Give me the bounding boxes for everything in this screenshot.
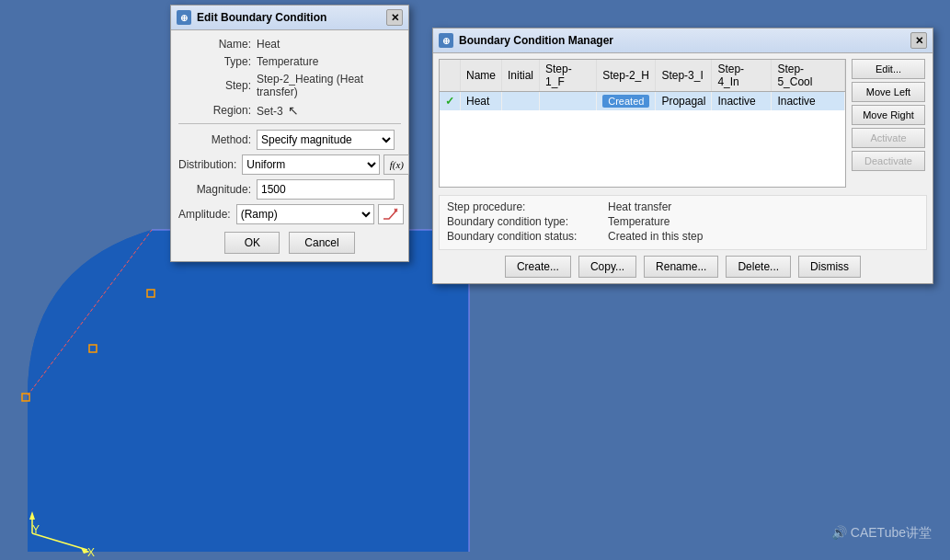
- region-value: Set-3 ↖: [257, 103, 401, 118]
- col-name: Name: [461, 60, 502, 92]
- col-step5: Step-5_Cool: [772, 60, 845, 92]
- manager-table-area: Name Initial Step-1_F Step-2_H Step-3_I …: [439, 59, 927, 195]
- ok-button[interactable]: OK: [224, 232, 280, 254]
- row-initial: [502, 92, 540, 111]
- bc-table: Name Initial Step-1_F Step-2_H Step-3_I …: [440, 60, 845, 110]
- row-step3: Propagal: [656, 92, 712, 111]
- col-check: [440, 60, 461, 92]
- row-step4: Inactive: [712, 92, 772, 111]
- ramp-icon: [378, 204, 404, 224]
- delete-button[interactable]: Delete...: [726, 256, 791, 278]
- step-field-row: Step: Step-2_Heating (Heat transfer): [178, 73, 401, 98]
- col-step3: Step-3_I: [656, 60, 712, 92]
- manager-bottom-buttons: Create... Copy... Rename... Delete... Di…: [439, 256, 927, 278]
- amplitude-field-row: Amplitude: (Ramp): [178, 204, 401, 224]
- region-label: Region:: [178, 104, 257, 117]
- manager-dialog-content: Name Initial Step-1_F Step-2_H Step-3_I …: [433, 53, 933, 283]
- magnitude-input[interactable]: [257, 179, 395, 200]
- name-value: Heat: [257, 38, 401, 51]
- watermark: 🔊 CAETube讲堂: [831, 525, 932, 542]
- row-step5: Inactive: [772, 92, 845, 111]
- bc-type-row: Boundary condition type: Temperature: [447, 215, 919, 228]
- info-section: Step procedure: Heat transfer Boundary c…: [439, 195, 927, 250]
- manager-dialog-icon: ⊕: [439, 33, 453, 48]
- table-row[interactable]: ✓ Heat Created Propagal Inactive: [440, 92, 845, 111]
- distribution-select[interactable]: Uniform: [242, 154, 380, 175]
- manager-table-section: Name Initial Step-1_F Step-2_H Step-3_I …: [439, 59, 846, 195]
- step-procedure-value: Heat transfer: [608, 200, 671, 213]
- amplitude-select[interactable]: (Ramp): [236, 204, 374, 224]
- edit-dialog-titlebar: ⊕ Edit Boundary Condition ✕: [171, 6, 408, 30]
- method-label: Method:: [178, 133, 257, 146]
- manager-dialog-titlebar: ⊕ Boundary Condition Manager ✕: [433, 29, 933, 53]
- amplitude-label: Amplitude:: [178, 208, 236, 221]
- create-button[interactable]: Create...: [505, 256, 571, 278]
- magnitude-field-row: Magnitude:: [178, 179, 401, 200]
- bc-type-label: Boundary condition type:: [447, 215, 608, 228]
- move-right-button[interactable]: Move Right: [852, 105, 925, 125]
- dismiss-button[interactable]: Dismiss: [798, 256, 861, 278]
- method-field-row: Method: Specify magnitude: [178, 130, 401, 150]
- copy-button[interactable]: Copy...: [578, 256, 636, 278]
- bc-type-value: Temperature: [608, 215, 670, 228]
- edit-dialog-icon: ⊕: [177, 10, 191, 25]
- edit-dialog-content: Name: Heat Type: Temperature Step: Step-…: [171, 30, 408, 261]
- step-value: Step-2_Heating (Heat transfer): [257, 73, 401, 98]
- rename-button[interactable]: Rename...: [644, 256, 718, 278]
- col-step4: Step-4_In: [712, 60, 772, 92]
- edit-dialog-close-button[interactable]: ✕: [386, 9, 403, 26]
- name-label: Name:: [178, 38, 257, 51]
- edit-boundary-condition-dialog: ⊕ Edit Boundary Condition ✕ Name: Heat T…: [170, 5, 409, 262]
- created-badge: Created: [602, 95, 649, 108]
- amplitude-control: (Ramp): [236, 204, 404, 224]
- col-step1: Step-1_F: [540, 60, 597, 92]
- activate-button[interactable]: Activate: [852, 128, 925, 148]
- bc-status-row: Boundary condition status: Created in th…: [447, 230, 919, 243]
- name-field-row: Name: Heat: [178, 38, 401, 51]
- move-left-button[interactable]: Move Left: [852, 82, 925, 102]
- col-initial: Initial: [502, 60, 540, 92]
- col-step2: Step-2_H: [597, 60, 656, 92]
- type-field-row: Type: Temperature: [178, 55, 401, 68]
- checkmark-icon: ✓: [445, 95, 454, 108]
- manager-side-buttons: Edit... Move Left Move Right Activate De…: [852, 59, 927, 195]
- method-select[interactable]: Specify magnitude: [257, 130, 395, 150]
- distribution-field-row: Distribution: Uniform f(x): [178, 154, 401, 175]
- fx-button[interactable]: f(x): [383, 154, 409, 175]
- table-header-row: Name Initial Step-1_F Step-2_H Step-3_I …: [440, 60, 845, 92]
- boundary-condition-manager-dialog: ⊕ Boundary Condition Manager ✕ Name Init…: [432, 28, 933, 284]
- magnitude-label: Magnitude:: [178, 183, 257, 196]
- distribution-label: Distribution:: [178, 158, 242, 171]
- bc-status-value: Created in this step: [608, 230, 703, 243]
- row-step2: Created: [597, 92, 656, 111]
- distribution-control: Uniform f(x): [242, 154, 409, 175]
- region-field-row: Region: Set-3 ↖: [178, 103, 401, 118]
- bc-table-container: Name Initial Step-1_F Step-2_H Step-3_I …: [439, 59, 846, 188]
- row-step1: [540, 92, 597, 111]
- edit-button[interactable]: Edit...: [852, 59, 925, 79]
- step-procedure-label: Step procedure:: [447, 200, 608, 213]
- deactivate-button[interactable]: Deactivate: [852, 151, 925, 171]
- svg-marker-1: [28, 395, 469, 552]
- cursor-icon: ↖: [288, 103, 299, 118]
- type-value: Temperature: [257, 55, 401, 68]
- manager-dialog-title: Boundary Condition Manager: [459, 34, 613, 47]
- bc-status-label: Boundary condition status:: [447, 230, 608, 243]
- type-label: Type:: [178, 55, 257, 68]
- row-name: Heat: [461, 92, 502, 111]
- row-check: ✓: [440, 92, 461, 111]
- step-label: Step:: [178, 79, 257, 92]
- manager-dialog-close-button[interactable]: ✕: [910, 32, 927, 49]
- svg-text:X: X: [87, 546, 95, 559]
- edit-dialog-button-row: OK Cancel: [178, 232, 401, 254]
- cancel-button[interactable]: Cancel: [289, 232, 354, 254]
- edit-dialog-title: Edit Boundary Condition: [197, 11, 326, 24]
- step-procedure-row: Step procedure: Heat transfer: [447, 200, 919, 213]
